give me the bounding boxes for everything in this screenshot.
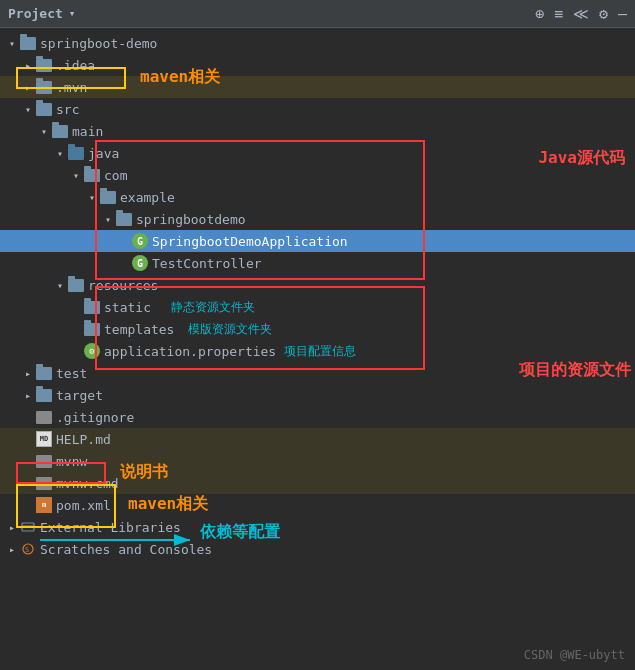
expand-arrow — [4, 522, 20, 533]
item-label: SpringbootDemoApplication — [152, 234, 348, 249]
item-label: example — [120, 190, 175, 205]
item-label: com — [104, 168, 127, 183]
tree-item-idea[interactable]: .idea — [0, 54, 635, 76]
expand-arrow — [20, 368, 36, 379]
tree-item-target[interactable]: target — [0, 384, 635, 406]
tree-item-static[interactable]: static 静态资源文件夹 — [0, 296, 635, 318]
static-desc: 静态资源文件夹 — [171, 299, 255, 316]
tree-item-test[interactable]: test — [0, 362, 635, 384]
item-label: Scratches and Consoles — [40, 542, 212, 557]
tree-item-java[interactable]: java — [0, 142, 635, 164]
tree-item-com[interactable]: com — [0, 164, 635, 186]
toolbar-dropdown-arrow[interactable]: ▾ — [69, 7, 76, 20]
item-label: static — [104, 300, 151, 315]
expand-arrow — [68, 170, 84, 181]
item-label: springbootdemo — [136, 212, 246, 227]
add-icon[interactable]: ⊕ — [535, 5, 544, 23]
item-label: External Libraries — [40, 520, 181, 535]
item-label: target — [56, 388, 103, 403]
tree-item-help-md[interactable]: MD HELP.md — [0, 428, 635, 450]
templates-desc: 模版资源文件夹 — [188, 321, 272, 338]
item-label: resources — [88, 278, 158, 293]
expand-arrow — [36, 126, 52, 137]
expand-arrow — [52, 280, 68, 291]
item-label: application.properties — [104, 344, 276, 359]
svg-text:S: S — [25, 546, 29, 554]
item-label: springboot-demo — [40, 36, 157, 51]
tree-item-resources[interactable]: resources — [0, 274, 635, 296]
item-label: pom.xml — [56, 498, 111, 513]
item-label: src — [56, 102, 79, 117]
tree-item-pom-xml[interactable]: m pom.xml — [0, 494, 635, 516]
item-label: TestController — [152, 256, 262, 271]
tree-item-scratches[interactable]: S Scratches and Consoles — [0, 538, 635, 560]
tree-item-external-libs[interactable]: External Libraries — [0, 516, 635, 538]
item-label: test — [56, 366, 87, 381]
tree-item-mvn[interactable]: .mvn — [0, 76, 635, 98]
tree-item-templates[interactable]: templates 模版资源文件夹 — [0, 318, 635, 340]
expand-arrow — [100, 214, 116, 225]
item-label: .mvn — [56, 80, 87, 95]
tree-item-gitignore[interactable]: .gitignore — [0, 406, 635, 428]
list-icon[interactable]: ≡ — [554, 5, 563, 23]
minimize-icon[interactable]: — — [618, 5, 627, 23]
expand-arrow — [52, 148, 68, 159]
tree-item-springboot-app[interactable]: G SpringbootDemoApplication — [0, 230, 635, 252]
toolbar: Project ▾ ⊕ ≡ ≪ ⚙ — — [0, 0, 635, 28]
expand-arrow — [4, 38, 20, 49]
collapse-icon[interactable]: ≪ — [573, 5, 589, 23]
watermark: CSDN @WE-ubytt — [524, 648, 625, 662]
item-label: .idea — [56, 58, 95, 73]
item-label: HELP.md — [56, 432, 111, 447]
item-label: java — [88, 146, 119, 161]
item-label: mvnw.cmd — [56, 476, 119, 491]
toolbar-title: Project — [8, 6, 63, 21]
toolbar-icons: ⊕ ≡ ≪ ⚙ — — [535, 5, 627, 23]
tree-item-src[interactable]: src — [0, 98, 635, 120]
item-label: templates — [104, 322, 174, 337]
svg-rect-0 — [22, 523, 34, 531]
expand-arrow — [20, 60, 36, 71]
tree-item-app-props[interactable]: ⚙ application.properties 项目配置信息 — [0, 340, 635, 362]
expand-arrow — [4, 544, 20, 555]
props-desc: 项目配置信息 — [284, 343, 356, 360]
expand-arrow — [20, 82, 36, 93]
tree-item-mvnw[interactable]: mvnw — [0, 450, 635, 472]
item-label: .gitignore — [56, 410, 134, 425]
tree-item-main[interactable]: main — [0, 120, 635, 142]
settings-icon[interactable]: ⚙ — [599, 5, 608, 23]
item-label: main — [72, 124, 103, 139]
tree-item-test-controller[interactable]: G TestController — [0, 252, 635, 274]
tree-item-mvnw-cmd[interactable]: mvnw.cmd — [0, 472, 635, 494]
tree-item-springboot-demo[interactable]: springboot-demo — [0, 32, 635, 54]
tree-item-springbootdemo[interactable]: springbootdemo — [0, 208, 635, 230]
tree-item-example[interactable]: example — [0, 186, 635, 208]
item-label: mvnw — [56, 454, 87, 469]
project-panel: springboot-demo .idea .mvn src main — [0, 28, 635, 670]
expand-arrow — [84, 192, 100, 203]
expand-arrow — [20, 390, 36, 401]
expand-arrow — [20, 104, 36, 115]
